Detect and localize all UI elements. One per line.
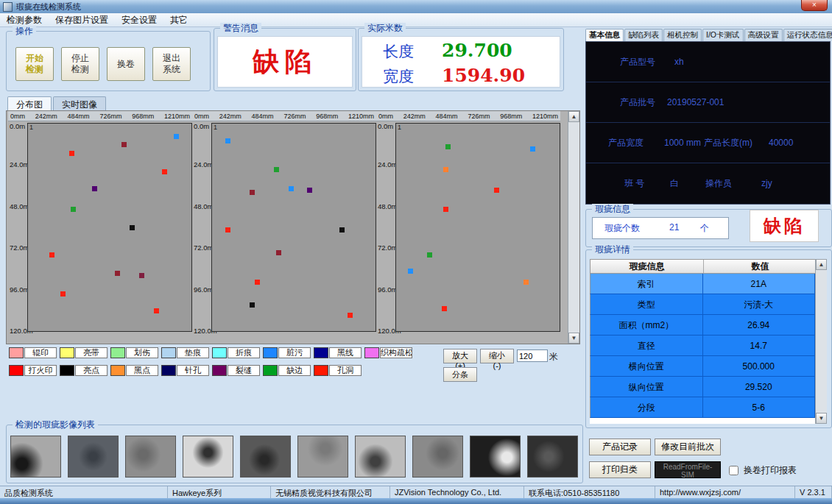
exit-system-button[interactable]: 退出系统 — [152, 47, 191, 81]
title-bar[interactable]: 瑕疵在线检测系统 × — [0, 0, 832, 13]
defect-point[interactable] — [250, 302, 255, 308]
plot-scrollbar[interactable]: ▲ ▼ — [568, 111, 579, 344]
modify-batch-button[interactable]: 修改目前批次 — [655, 439, 721, 455]
detail-label: 索引 — [590, 274, 703, 294]
read-from-file-button[interactable]: ReadFromFile-SIM — [655, 461, 721, 478]
length-value: 29.700 — [442, 40, 512, 61]
detail-row[interactable]: 索引21A — [590, 274, 815, 294]
legend-item: 划伤 — [110, 347, 158, 358]
start-detect-button[interactable]: 开始检测 — [15, 47, 54, 81]
defect-thumbnail[interactable] — [527, 436, 578, 478]
zoom-in-button[interactable]: 放大(+) — [443, 349, 477, 363]
defect-thumbnail[interactable] — [68, 436, 119, 478]
defect-point[interactable] — [348, 313, 353, 318]
defect-point[interactable] — [121, 142, 127, 147]
ruler-tick-label: 968mm — [132, 113, 154, 120]
defect-point[interactable] — [523, 280, 529, 285]
defect-point[interactable] — [174, 134, 179, 139]
defect-point[interactable] — [154, 308, 159, 313]
defect-point[interactable] — [408, 269, 413, 274]
tab-io-card-test[interactable]: I/O卡测试 — [702, 29, 744, 41]
defect-point[interactable] — [92, 186, 97, 191]
defect-point[interactable] — [162, 169, 167, 174]
legend-item: 折痕 — [212, 347, 260, 358]
op-button-line: 停止 — [71, 53, 89, 64]
menu-item[interactable]: 保存图片设置 — [49, 14, 115, 26]
defect-point[interactable] — [225, 227, 230, 233]
detail-row[interactable]: 类型污渍-大 — [590, 294, 815, 315]
legend-color-swatch — [364, 347, 379, 358]
split-strip-button[interactable]: 分条 — [443, 367, 477, 382]
detail-row[interactable]: 横向位置500.000 — [590, 356, 815, 377]
tab-basic-info[interactable]: 基本信息 — [585, 29, 624, 41]
ruler-tick-label: 726mm — [99, 113, 121, 120]
defect-thumbnail[interactable] — [240, 436, 291, 478]
defect-point[interactable] — [130, 225, 135, 230]
defect-info-title: 瑕疵信息 — [592, 204, 633, 214]
length-scale-input[interactable] — [517, 349, 548, 362]
defect-point[interactable] — [494, 188, 499, 193]
table-scrollbar[interactable]: ▲ ▼ — [815, 259, 827, 424]
close-button[interactable]: × — [801, 0, 828, 11]
defect-point[interactable] — [49, 252, 54, 258]
plot-area[interactable]: 1 — [27, 123, 192, 332]
scroll-up-icon[interactable]: ▲ — [568, 111, 579, 122]
defect-point[interactable] — [60, 291, 66, 297]
detail-row[interactable]: 直径14.7 — [590, 336, 815, 356]
defect-thumbnail[interactable] — [183, 436, 233, 478]
defect-point[interactable] — [443, 167, 448, 172]
detail-value: 14.7 — [703, 336, 816, 355]
tab-defect-list[interactable]: 缺陷列表 — [624, 29, 663, 41]
change-roll-button[interactable]: 换卷 — [107, 47, 145, 81]
defect-point[interactable] — [274, 167, 279, 172]
defect-thumbnail[interactable] — [412, 436, 463, 478]
defect-point[interactable] — [307, 188, 312, 193]
y-tick-label: 24.0m — [378, 160, 397, 168]
tab-camera-control[interactable]: 相机控制 — [663, 29, 702, 41]
tab-distribution-map[interactable]: 分布图 — [7, 96, 52, 110]
defect-point[interactable] — [445, 144, 451, 149]
operator-value: zjy — [761, 178, 772, 188]
defect-point[interactable] — [443, 207, 448, 212]
defect-point[interactable] — [427, 252, 432, 258]
defect-point[interactable] — [530, 146, 535, 152]
menu-item[interactable]: 检测参数 — [0, 14, 49, 26]
detail-row[interactable]: 面积（mm2）26.94 — [590, 315, 815, 336]
defect-thumbnail[interactable] — [297, 436, 348, 478]
defect-point[interactable] — [139, 273, 144, 278]
plot-area[interactable]: 1 — [211, 123, 376, 332]
defect-point[interactable] — [71, 207, 76, 212]
defect-point[interactable] — [69, 151, 74, 156]
product-model-label: 产品型号 — [620, 56, 655, 68]
defect-thumbnail[interactable] — [470, 436, 521, 478]
defect-point[interactable] — [442, 306, 447, 311]
scroll-down-icon[interactable]: ▼ — [568, 333, 579, 344]
detail-row[interactable]: 分段5-6 — [590, 397, 815, 418]
stop-detect-button[interactable]: 停止检测 — [61, 47, 99, 81]
print-report-checkbox[interactable] — [729, 466, 738, 475]
detail-row[interactable]: 纵向位置29.520 — [590, 377, 815, 397]
zoom-out-button[interactable]: 缩小(-) — [480, 349, 514, 363]
defect-point[interactable] — [225, 138, 230, 143]
defect-point[interactable] — [276, 250, 281, 255]
defect-thumbnail[interactable] — [125, 436, 176, 478]
defect-thumbnail[interactable] — [10, 436, 61, 478]
product-record-button[interactable]: 产品记录 — [589, 439, 651, 455]
tab-advanced-settings[interactable]: 高级设置 — [744, 29, 783, 41]
menu-item[interactable]: 其它 — [163, 14, 194, 26]
tab-run-status[interactable]: 运行状态信息 — [783, 29, 832, 41]
menu-item[interactable]: 安全设置 — [115, 14, 163, 26]
defect-alert-box: 缺陷 — [750, 210, 819, 242]
defect-point[interactable] — [339, 227, 345, 233]
defect-point[interactable] — [250, 190, 255, 195]
defect-thumbnail[interactable] — [355, 436, 406, 478]
scroll-up-icon[interactable]: ▲ — [816, 259, 827, 270]
app-icon — [3, 2, 13, 12]
defect-point[interactable] — [255, 280, 260, 285]
print-classify-button[interactable]: 打印归类 — [589, 461, 651, 478]
defect-point[interactable] — [289, 186, 294, 191]
plot-area[interactable]: 1 — [395, 123, 560, 332]
scroll-down-icon[interactable]: ▼ — [816, 413, 827, 424]
defect-point[interactable] — [115, 271, 120, 276]
tab-realtime-image[interactable]: 实时图像 — [53, 96, 106, 110]
